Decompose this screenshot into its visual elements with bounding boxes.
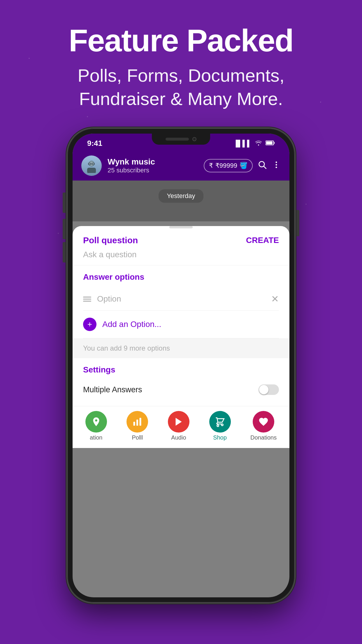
- coin-icon: 🪣: [240, 162, 247, 169]
- donations-icon-circle: [253, 411, 274, 433]
- header-actions: ₹ ₹99999 🪣: [204, 159, 281, 172]
- svg-point-12: [276, 164, 277, 165]
- svg-rect-4: [87, 168, 96, 173]
- drag-icon: [83, 297, 91, 302]
- add-option-icon: +: [83, 318, 96, 331]
- multiple-answers-row: Multiple Answers: [83, 380, 279, 399]
- coins-badge[interactable]: ₹ ₹99999 🪣: [204, 159, 253, 172]
- notch-camera: [192, 137, 196, 141]
- battery-icon: [266, 140, 275, 147]
- nav-item-location[interactable]: ation: [85, 411, 107, 441]
- nav-label-location: ation: [90, 434, 102, 441]
- location-icon-circle: [85, 411, 107, 433]
- hero-subtitle: Polls, Forms, Documents,Fundraiser & Man…: [0, 64, 362, 111]
- svg-rect-14: [133, 422, 135, 426]
- signal-icon: ▐▌▌▌: [233, 140, 252, 147]
- sheet-header: Poll question CREATE: [73, 228, 289, 250]
- svg-rect-2: [266, 141, 273, 144]
- answer-options-title: Answer options: [83, 272, 279, 282]
- svg-point-13: [276, 167, 277, 168]
- nav-label-audio: Audio: [171, 434, 186, 441]
- phone-screen: 9:41 ▐▌▌▌: [73, 134, 289, 597]
- channel-name: Wynk music: [108, 157, 198, 167]
- wifi-icon: [254, 139, 263, 148]
- settings-title: Settings: [83, 365, 279, 374]
- shop-icon-circle: [209, 411, 231, 433]
- question-input-area[interactable]: Ask a question: [73, 250, 289, 265]
- status-time: 9:41: [87, 139, 102, 148]
- audio-icon-circle: [168, 411, 189, 433]
- toggle-knob: [259, 385, 268, 394]
- option-close-icon[interactable]: ✕: [271, 293, 279, 304]
- hero-title: Feature Packed: [0, 23, 362, 58]
- add-option-row[interactable]: + Add an Option...: [83, 311, 279, 338]
- date-badge: Yesterday: [159, 189, 203, 203]
- question-placeholder: Ask a question: [83, 250, 137, 259]
- nav-label-donations: Donations: [250, 434, 277, 441]
- svg-point-11: [276, 161, 277, 163]
- svg-line-10: [264, 166, 266, 168]
- sheet-title: Poll question: [83, 235, 138, 245]
- coins-amount: ₹99999: [215, 162, 237, 169]
- multiple-answers-label: Multiple Answers: [83, 385, 142, 394]
- chat-area: Yesterday: [73, 181, 289, 221]
- nav-item-audio[interactable]: Audio: [168, 411, 189, 441]
- hero-section: Feature Packed Polls, Forms, Documents,F…: [0, 0, 362, 111]
- rupee-icon: ₹: [209, 162, 213, 169]
- nav-label-poll: Polll: [132, 434, 143, 441]
- sheet-handle: [169, 226, 193, 228]
- bottom-nav: ation Polll: [73, 406, 289, 448]
- svg-rect-1: [274, 142, 275, 144]
- svg-rect-16: [140, 418, 141, 426]
- nav-item-shop[interactable]: Shop: [209, 411, 231, 441]
- phone-mockup: 9:41 ▐▌▌▌: [67, 128, 295, 603]
- svg-rect-15: [136, 420, 138, 426]
- channel-info: Wynk music 25 subscribers: [108, 157, 198, 174]
- phone-notch: [152, 134, 210, 145]
- more-icon[interactable]: [272, 160, 281, 171]
- phone-frame: 9:41 ▐▌▌▌: [67, 128, 295, 603]
- search-icon[interactable]: [257, 160, 267, 172]
- avatar: [81, 155, 102, 176]
- notch-speaker: [166, 138, 189, 141]
- poll-icon-circle: [126, 411, 148, 433]
- nav-item-donations[interactable]: Donations: [250, 411, 277, 441]
- create-button[interactable]: CREATE: [246, 236, 279, 245]
- channel-subscribers: 25 subscribers: [108, 167, 198, 174]
- channel-header: Wynk music 25 subscribers ₹ ₹99999 🪣: [73, 151, 289, 181]
- settings-section: Settings Multiple Answers: [73, 358, 289, 406]
- status-icons: ▐▌▌▌: [233, 139, 275, 148]
- option-row: Option ✕: [83, 288, 279, 311]
- poll-bottom-sheet: Poll question CREATE Ask a question Answ…: [73, 226, 289, 448]
- option-input[interactable]: Option: [97, 294, 265, 304]
- answer-options-section: Answer options Option ✕ +: [73, 265, 289, 338]
- svg-point-5: [89, 161, 94, 166]
- multiple-answers-toggle[interactable]: [259, 384, 279, 395]
- nav-item-poll[interactable]: Polll: [126, 411, 148, 441]
- svg-marker-17: [175, 418, 182, 426]
- more-options-hint: You can add 9 more options: [73, 338, 289, 358]
- add-option-text: Add an Option...: [102, 320, 161, 329]
- nav-label-shop: Shop: [213, 434, 227, 441]
